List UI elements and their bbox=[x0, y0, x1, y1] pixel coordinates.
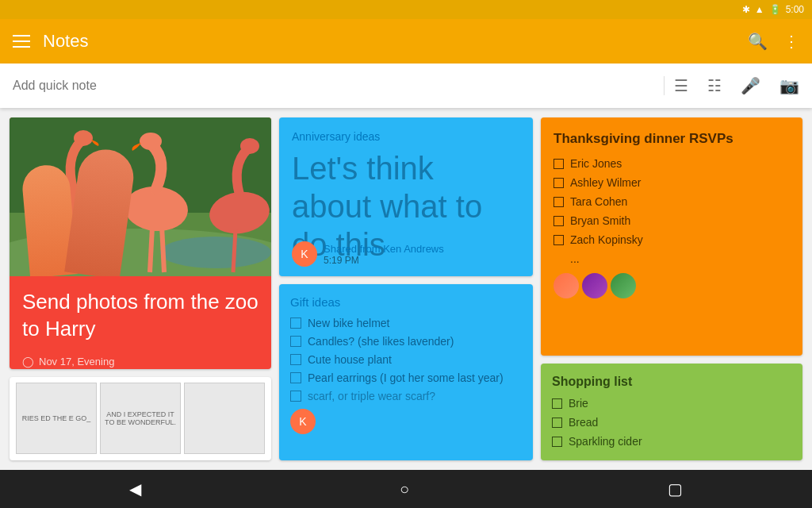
search-icon[interactable]: 🔍 bbox=[748, 32, 768, 51]
rsvp-5: Zach Kopinsky bbox=[570, 233, 643, 246]
clock-icon: ◯ bbox=[22, 356, 34, 368]
comic-cell-2: AND I EXPECTED IT TO BE WONDERFUL. bbox=[100, 383, 181, 454]
gift-item-5: scarf, or triple wear scarf? bbox=[308, 390, 435, 402]
list-item: Ashley Wilmer bbox=[553, 176, 790, 189]
list-item: Pearl earrings (I got her some last year… bbox=[290, 371, 522, 384]
shared-time: 5:19 PM bbox=[324, 255, 444, 266]
checkbox bbox=[290, 318, 301, 329]
flamingo-note-date: ◯ Nov 17, Evening bbox=[22, 356, 259, 368]
gift-note-title: Gift ideas bbox=[290, 295, 522, 309]
list-item: scarf, or triple wear scarf? bbox=[290, 390, 522, 402]
svg-point-13 bbox=[240, 138, 259, 154]
comic-cell-1: RIES ED THE E GO_ bbox=[16, 383, 97, 454]
list-note-icon[interactable]: ☷ bbox=[707, 76, 722, 95]
anniversary-footer: K Shared from Ken Andrews 5:19 PM bbox=[292, 241, 444, 267]
list-item: Sparkling cider bbox=[552, 435, 791, 448]
notes-column-3: Thanksgiving dinner RSVPs Eric Jones Ash… bbox=[541, 117, 802, 460]
anniversary-tag: Anniversary ideas bbox=[292, 130, 520, 143]
list-item: Cute house plant bbox=[290, 353, 522, 366]
checkbox bbox=[553, 197, 564, 207]
gift-item-3: Cute house plant bbox=[308, 353, 392, 366]
rsvp-3: Tara Cohen bbox=[570, 195, 627, 208]
checkbox bbox=[290, 336, 301, 347]
checkbox bbox=[552, 418, 562, 428]
shopping-title: Shopping list bbox=[552, 375, 791, 389]
anniversary-note[interactable]: Anniversary ideas Let's think about what… bbox=[279, 117, 533, 276]
svg-line-11 bbox=[162, 225, 164, 272]
checkbox bbox=[553, 159, 564, 169]
rsvp-2: Ashley Wilmer bbox=[570, 176, 641, 189]
back-button[interactable]: ◀ bbox=[129, 479, 141, 498]
list-item: Zach Kopinsky bbox=[553, 233, 790, 246]
rsvp-4: Bryan Smith bbox=[570, 214, 630, 227]
notes-column-2: Anniversary ideas Let's think about what… bbox=[279, 117, 533, 460]
svg-point-3 bbox=[160, 237, 271, 268]
shared-info: Shared from Ken Andrews 5:19 PM bbox=[324, 243, 444, 266]
checkbox bbox=[552, 398, 562, 409]
toolbar: Notes 🔍 ⋮ bbox=[0, 19, 812, 64]
app-title: Notes bbox=[43, 31, 748, 52]
status-time: 5:00 bbox=[786, 4, 804, 15]
thanksgiving-note[interactable]: Thanksgiving dinner RSVPs Eric Jones Ash… bbox=[541, 117, 802, 356]
svg-point-9 bbox=[140, 133, 162, 150]
checkbox bbox=[290, 391, 301, 402]
thanksgiving-title: Thanksgiving dinner RSVPs bbox=[553, 130, 790, 148]
mic-icon[interactable]: 🎤 bbox=[741, 76, 760, 95]
list-item: Bread bbox=[552, 416, 791, 429]
flamingo-note[interactable]: Send photos from the zoo to Harry ◯ Nov … bbox=[10, 117, 271, 369]
recent-button[interactable]: ▢ bbox=[668, 479, 683, 498]
checkbox bbox=[553, 178, 564, 188]
home-button[interactable]: ○ bbox=[400, 480, 409, 498]
text-note-icon[interactable]: ☰ bbox=[674, 76, 688, 95]
checkbox bbox=[552, 437, 562, 447]
bottom-nav: ◀ ○ ▢ bbox=[0, 470, 812, 508]
shopping-item-1: Brie bbox=[569, 397, 588, 410]
gift-item-4: Pearl earrings (I got her some last year… bbox=[308, 371, 504, 384]
svg-line-14 bbox=[233, 229, 236, 272]
shopping-item-2: Bread bbox=[569, 416, 598, 429]
svg-line-10 bbox=[150, 227, 152, 272]
hamburger-menu[interactable] bbox=[13, 35, 30, 48]
svg-line-7 bbox=[77, 221, 79, 268]
quick-note-input[interactable] bbox=[13, 79, 654, 93]
checkbox bbox=[290, 372, 301, 383]
notes-column-1: Send photos from the zoo to Harry ◯ Nov … bbox=[10, 117, 271, 460]
shopping-note[interactable]: Shopping list Brie Bread Sparkling cider bbox=[541, 364, 802, 460]
avatar-1 bbox=[553, 273, 579, 298]
gift-avatar: K bbox=[290, 409, 316, 434]
ken-avatar: K bbox=[292, 241, 317, 267]
checkbox bbox=[290, 354, 301, 365]
comic-cell-3 bbox=[184, 383, 265, 454]
status-bar: ✱ ▲ 🔋 5:00 bbox=[0, 0, 812, 19]
battery-icon: 🔋 bbox=[769, 4, 781, 15]
checkbox bbox=[553, 235, 564, 245]
bluetooth-icon: ✱ bbox=[742, 4, 750, 15]
toolbar-actions: 🔍 ⋮ bbox=[748, 32, 799, 51]
avatar-row bbox=[553, 273, 790, 298]
notes-grid: Send photos from the zoo to Harry ◯ Nov … bbox=[0, 108, 812, 470]
rsvp-1: Eric Jones bbox=[570, 157, 622, 170]
signal-icon: ▲ bbox=[755, 4, 764, 15]
checkbox bbox=[553, 216, 564, 226]
flamingo-image bbox=[10, 117, 271, 276]
list-item: Tara Cohen bbox=[553, 195, 790, 208]
list-item: Bryan Smith bbox=[553, 214, 790, 227]
quick-note-icons: ☰ ☷ 🎤 📷 bbox=[664, 76, 799, 95]
gift-item-2: Candles? (she likes lavender) bbox=[308, 335, 454, 348]
more-options-icon[interactable]: ⋮ bbox=[783, 32, 799, 51]
shopping-item-3: Sparkling cider bbox=[569, 435, 642, 448]
quick-note-bar: ☰ ☷ 🎤 📷 bbox=[0, 64, 812, 108]
list-item: Eric Jones bbox=[553, 157, 790, 170]
avatar-2 bbox=[582, 273, 607, 298]
svg-point-5 bbox=[74, 130, 93, 146]
svg-line-6 bbox=[67, 221, 69, 268]
list-item: Brie bbox=[552, 397, 791, 410]
gift-note[interactable]: Gift ideas New bike helmet Candles? (she… bbox=[279, 284, 533, 460]
list-item: New bike helmet bbox=[290, 317, 522, 329]
comic-note[interactable]: RIES ED THE E GO_ AND I EXPECTED IT TO B… bbox=[10, 377, 271, 461]
list-item: Candles? (she likes lavender) bbox=[290, 335, 522, 348]
camera-icon[interactable]: 📷 bbox=[779, 76, 799, 95]
flamingo-text-area: Send photos from the zoo to Harry ◯ Nov … bbox=[10, 276, 271, 369]
comic-strip: RIES ED THE E GO_ AND I EXPECTED IT TO B… bbox=[10, 377, 271, 461]
thanksgiving-more: ... bbox=[570, 252, 790, 265]
